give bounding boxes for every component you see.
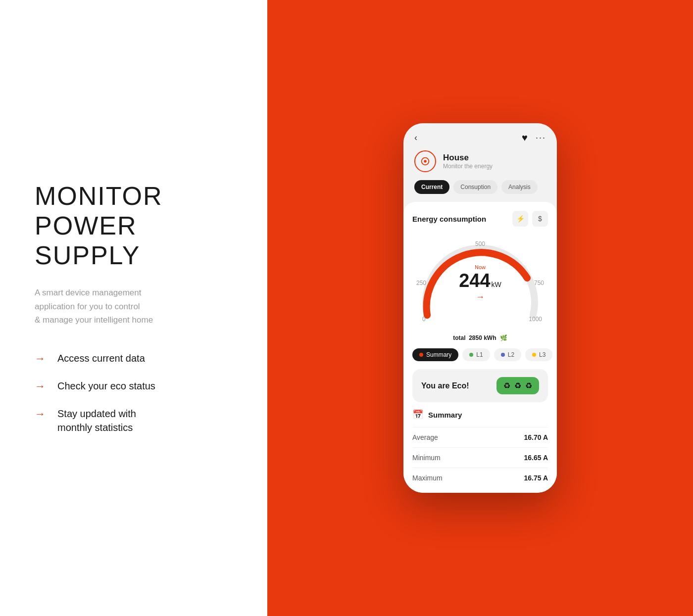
gauge-unit: kW <box>492 281 501 288</box>
phone-mockup: ‹ ♥ ··· House Monitor the energy <box>403 123 557 493</box>
dollar-button[interactable]: $ <box>532 211 548 227</box>
total-value: 2850 kWh <box>469 334 496 341</box>
feature-text-1: Access current data <box>57 351 145 365</box>
section-title: Energy consumption <box>412 215 486 223</box>
tab-analysis[interactable]: Analysis <box>501 180 538 194</box>
eco-leaf-icon: 🌿 <box>500 334 507 341</box>
back-button[interactable]: ‹ <box>414 133 417 143</box>
pill-label-l1: L1 <box>476 351 483 358</box>
pill-l2[interactable]: L2 <box>494 348 521 361</box>
pill-label-summary: Summary <box>426 351 451 358</box>
eco-text: You are Eco! <box>421 381 469 390</box>
feature-text-2: Check your eco status <box>57 379 155 393</box>
pill-dot-summary <box>419 353 423 357</box>
stat-label-average: Average <box>412 433 438 441</box>
pill-label-l2: L2 <box>508 351 514 358</box>
summary-header: 📅 Summary <box>412 409 548 420</box>
summary-title: Summary <box>428 411 462 419</box>
svg-point-2 <box>525 275 530 280</box>
more-button[interactable]: ··· <box>536 133 546 143</box>
stat-value-maximum: 16.75 A <box>524 474 548 482</box>
left-panel: MONITOR POWER SUPPLY A smart device mana… <box>0 0 267 616</box>
section-header: Energy consumption ⚡ $ <box>412 211 548 227</box>
title-line1: MONITOR <box>35 182 163 210</box>
gauge-value: 244 <box>459 271 490 290</box>
tab-consuption[interactable]: Consuption <box>453 180 497 194</box>
gauge-now: Now <box>475 264 486 270</box>
svg-point-1 <box>424 160 427 163</box>
stat-label-minimum: Minimum <box>412 454 441 462</box>
filter-pills: Summary L1 L2 L3 <box>412 348 548 361</box>
header-buttons: ⚡ $ <box>512 211 548 227</box>
stat-row-maximum: Maximum 16.75 A <box>412 468 548 488</box>
feature-item-2: → Check your eco status <box>35 379 233 393</box>
eco-icon-3: ♻ <box>525 381 532 390</box>
main-title: MONITOR POWER SUPPLY <box>35 182 233 270</box>
pill-summary[interactable]: Summary <box>412 348 458 361</box>
eco-icon-1: ♻ <box>503 381 510 390</box>
device-info: House Monitor the energy <box>443 153 493 170</box>
eco-icon-2: ♻ <box>514 381 521 390</box>
stat-value-average: 16.70 A <box>524 433 548 441</box>
tab-bar: Current Consuption Analysis <box>403 180 557 202</box>
feature-text-3: Stay updated withmonthly statistics <box>57 407 136 434</box>
gauge-arrow[interactable]: → <box>476 292 485 302</box>
bolt-button[interactable]: ⚡ <box>512 211 528 227</box>
pill-dot-l3 <box>532 353 536 357</box>
description: A smart device managementapplication for… <box>35 286 233 327</box>
feature-list: → Access current data → Check your eco s… <box>35 351 233 434</box>
device-icon <box>414 150 436 172</box>
gauge-container: 0 250 500 750 1000 Now 244 kW → <box>412 234 548 332</box>
eco-banner: You are Eco! ♻ ♻ ♻ <box>412 369 548 402</box>
device-header: House Monitor the energy <box>403 148 557 180</box>
tab-current[interactable]: Current <box>414 180 449 194</box>
eco-icons: ♻ ♻ ♻ <box>496 377 539 394</box>
stat-value-minimum: 16.65 A <box>524 454 548 462</box>
arrow-icon-3: → <box>35 408 46 421</box>
summary-section: 📅 Summary Average 16.70 A Minimum 16.65 … <box>412 409 548 493</box>
pill-l1[interactable]: L1 <box>462 348 490 361</box>
feature-item-3: → Stay updated withmonthly statistics <box>35 407 233 434</box>
stat-label-maximum: Maximum <box>412 474 443 482</box>
gauge-center: Now 244 kW → <box>459 264 501 302</box>
stat-row-average: Average 16.70 A <box>412 427 548 447</box>
total-row: total 2850 kWh 🌿 <box>412 334 548 341</box>
phone-topbar: ‹ ♥ ··· <box>403 123 557 148</box>
device-name: House <box>443 153 493 163</box>
pill-dot-l2 <box>501 353 505 357</box>
device-subtitle: Monitor the energy <box>443 163 493 170</box>
stat-row-minimum: Minimum 16.65 A <box>412 447 548 468</box>
pill-label-l3: L3 <box>539 351 545 358</box>
topbar-actions: ♥ ··· <box>522 132 546 143</box>
pill-dot-l1 <box>469 353 473 357</box>
arrow-icon-2: → <box>35 380 46 393</box>
heart-icon[interactable]: ♥ <box>522 132 528 143</box>
title-line2: POWER SUPPLY <box>35 211 140 270</box>
feature-item-1: → Access current data <box>35 351 233 365</box>
total-label: total <box>453 334 465 341</box>
phone-content: Energy consumption ⚡ $ <box>403 202 557 493</box>
pill-l3[interactable]: L3 <box>525 348 552 361</box>
right-panel: ‹ ♥ ··· House Monitor the energy <box>267 0 693 616</box>
arrow-icon-1: → <box>35 352 46 365</box>
calendar-icon: 📅 <box>412 409 423 420</box>
